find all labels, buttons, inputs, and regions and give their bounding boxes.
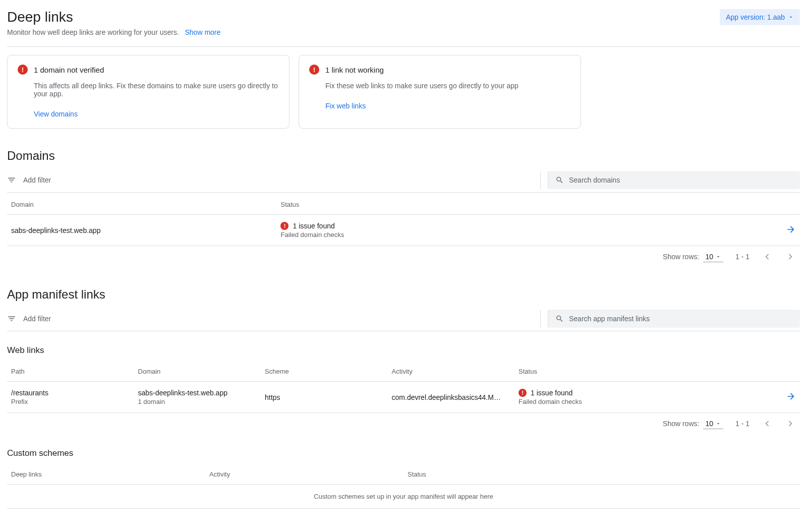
status-title: 1 issue found (531, 389, 572, 397)
th-path: Path (7, 360, 134, 382)
divider (7, 46, 800, 47)
status-title: 1 issue found (293, 222, 334, 230)
row-details-arrow[interactable] (786, 391, 796, 401)
show-more-link[interactable]: Show more (185, 28, 220, 36)
custom-schemes-table: Deep links Activity Status (7, 462, 800, 485)
cell-status: ! 1 issue found Failed domain checks (276, 215, 780, 246)
pager-range: 1 - 1 (735, 420, 750, 428)
pager-next[interactable] (785, 251, 796, 262)
weblinks-pager: Show rows: 10 1 - 1 (7, 413, 800, 434)
filter-icon (7, 175, 16, 185)
rows-value: 10 (705, 420, 713, 428)
th-activity: Activity (205, 462, 404, 485)
domains-table: Domain Status sabs-deeplinks-test.web.ap… (7, 193, 800, 246)
row-details-arrow[interactable] (786, 224, 796, 234)
th-activity: Activity (388, 360, 515, 382)
custom-schemes-title: Custom schemes (7, 448, 800, 458)
cell-status: ! 1 issue found Failed domain checks (514, 382, 753, 413)
alert-link-title: 1 link not working (325, 66, 384, 74)
page-subtitle: Monitor how well deep links are working … (7, 28, 220, 36)
weblinks-table: Path Domain Scheme Activity Status /rest… (7, 360, 800, 413)
search-icon (555, 175, 564, 185)
table-row[interactable]: sabs-deeplinks-test.web.app ! 1 issue fo… (7, 215, 800, 246)
weblinks-section-title: Web links (7, 345, 800, 356)
th-status: Status (514, 360, 753, 382)
th-domain: Domain (7, 193, 276, 215)
rows-select[interactable]: 10 (703, 419, 723, 429)
manifest-add-filter[interactable]: Add filter (7, 314, 51, 323)
error-icon: ! (518, 389, 527, 397)
th-domain: Domain (134, 360, 261, 382)
domains-search[interactable] (548, 171, 800, 189)
chevron-down-icon (715, 254, 721, 260)
pager-prev[interactable] (762, 418, 773, 429)
alert-domain-body: This affects all deep links. Fix these d… (34, 82, 279, 98)
chevron-down-icon (788, 14, 794, 20)
pager-next[interactable] (785, 418, 796, 429)
alert-domain-title: 1 domain not verified (34, 66, 104, 74)
manifest-search[interactable] (548, 310, 800, 328)
chevron-down-icon (715, 421, 721, 427)
error-icon: ! (18, 65, 28, 75)
add-filter-label: Add filter (23, 176, 51, 184)
domains-add-filter[interactable]: Add filter (7, 175, 51, 185)
status-sub: Failed domain checks (280, 231, 776, 239)
custom-schemes-empty: Custom schemes set up in your app manife… (7, 485, 800, 509)
cell-domain: sabs-deeplinks-test.web.app 1 domain (134, 382, 261, 413)
th-status: Status (404, 462, 800, 485)
filter-icon (7, 314, 16, 323)
domains-section-title: Domains (7, 149, 800, 163)
manifest-section-title: App manifest links (7, 287, 800, 302)
add-filter-label: Add filter (23, 315, 51, 323)
subtitle-text: Monitor how well deep links are working … (7, 28, 179, 36)
alert-link-body: Fix these web links to make sure users g… (325, 82, 570, 90)
error-icon: ! (280, 222, 289, 230)
arrow-right-icon (786, 224, 796, 234)
th-deep-links: Deep links (7, 462, 205, 485)
pager-range: 1 - 1 (735, 253, 750, 261)
show-rows-label: Show rows: (663, 253, 699, 261)
domains-search-input[interactable] (569, 176, 793, 184)
alert-card-link: ! 1 link not working Fix these web links… (299, 55, 581, 129)
rows-value: 10 (705, 253, 713, 261)
alert-card-domain: ! 1 domain not verified This affects all… (7, 55, 290, 129)
th-status: Status (276, 193, 780, 215)
app-version-label: App version: 1.aab (726, 13, 785, 21)
rows-select[interactable]: 10 (703, 252, 723, 262)
th-scheme: Scheme (261, 360, 388, 382)
cell-path: /restaurants Prefix (7, 382, 134, 413)
view-domains-button[interactable]: View domains (34, 110, 279, 118)
app-version-chip[interactable]: App version: 1.aab (720, 9, 800, 25)
table-row[interactable]: /restaurants Prefix sabs-deeplinks-test.… (7, 382, 800, 413)
pager-prev[interactable] (762, 251, 773, 262)
show-rows-label: Show rows: (663, 420, 699, 428)
search-icon (555, 314, 564, 323)
domains-pager: Show rows: 10 1 - 1 (7, 246, 800, 267)
page-title: Deep links (7, 9, 220, 25)
fix-web-links-button[interactable]: Fix web links (325, 102, 570, 110)
arrow-right-icon (786, 391, 796, 401)
cell-activity: com.devrel.deeplinksbasics44.MainA… (388, 382, 515, 413)
cell-domain: sabs-deeplinks-test.web.app (7, 215, 276, 246)
cell-scheme: https (261, 382, 388, 413)
manifest-search-input[interactable] (569, 315, 793, 323)
error-icon: ! (309, 65, 319, 75)
status-sub: Failed domain checks (518, 398, 748, 405)
